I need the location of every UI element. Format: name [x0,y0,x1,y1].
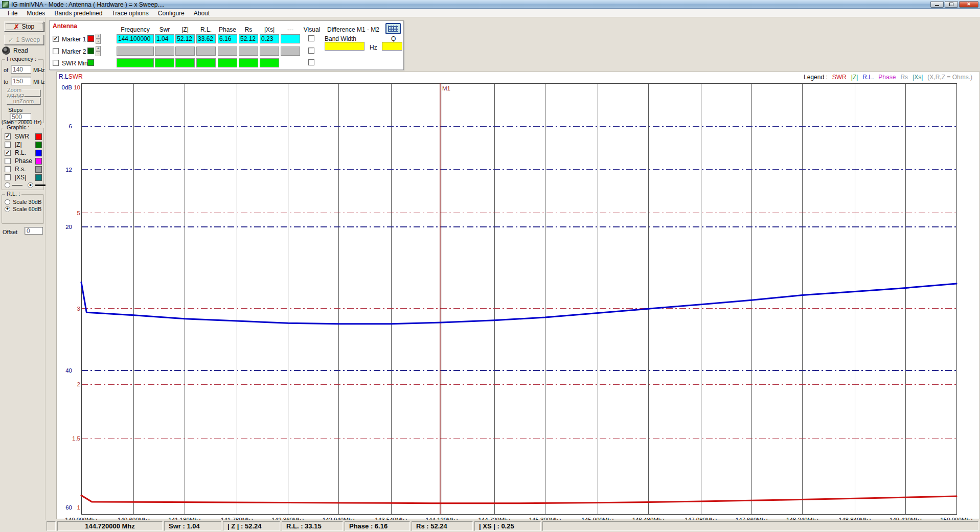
marker1-spin-down[interactable]: - [96,39,101,44]
marker1-visual-checkbox[interactable] [308,35,314,41]
marker2-spinner[interactable]: + - [96,46,101,56]
read-knob-icon [2,47,10,55]
maximize-button[interactable] [945,1,958,8]
marker-m1-label: M1 [442,85,450,91]
window-title: IG miniVNA - Mode : Antenna ( Hardware )… [11,1,165,8]
trace-swr [81,495,956,503]
col-rl: R.L. [196,26,216,33]
swr-mini-z-cell [175,58,195,67]
freq-to-input[interactable] [11,77,31,85]
thick-line-radio[interactable]: ● [28,182,33,188]
scale-30db-label: Scale 30dB [13,199,41,205]
swr-color-swatch [35,133,42,140]
marker2-spin-down[interactable]: - [96,51,101,56]
calculator-icon[interactable] [385,23,401,34]
col-xs: |Xs| [260,26,279,33]
scale-30db-radio[interactable] [5,199,10,205]
phase-color-swatch [35,158,42,165]
sweep-plot[interactable]: 140.000Mhz140.600Mhz141.180Mhz141.780Mhz… [57,72,980,520]
x-tick-label: 140.600Mhz [118,517,150,520]
swr-mini-visual-checkbox[interactable] [308,59,314,65]
x-tick-label: 140.000Mhz [65,517,98,520]
z-color-swatch [35,142,42,148]
marker1-z-cell: 52.12 [175,34,195,43]
scale-60db-radio[interactable]: ● [5,206,10,212]
x-tick-label: 145.900Mhz [581,517,614,520]
rl-checkbox[interactable]: ✓ [5,150,11,156]
swr-tick-label: 2 [77,381,80,387]
xs-checkbox[interactable] [5,174,11,180]
line-style-row: ● [5,182,45,188]
x-tick-label: 141.780Mhz [221,517,254,520]
col-phase: Phase [218,26,237,33]
zoom-m1-m2-button[interactable]: Zoom M1/M2 [7,89,40,97]
minimize-icon [935,5,939,6]
marker1-phase-cell: 6.16 [218,34,237,43]
menu-about[interactable]: About [189,9,214,17]
one-sweep-button-label: 1 Sweep [16,36,40,43]
one-sweep-button[interactable]: ✓ 1 Sweep [4,35,44,45]
swr-mini-xs-cell [260,58,279,67]
col-z: |Z| [175,26,195,33]
freq-from-input[interactable] [11,65,31,74]
graphic-group: Graphic : ✓ SWR |Z| ✓ R.L. Phase R.s. [2,128,44,190]
of-unit-label: MHz [33,67,45,73]
thin-line-radio[interactable] [5,182,10,188]
status-rs: Rs : 52.24 [412,521,473,531]
minimize-button[interactable] [930,1,944,8]
marker2-spin-up[interactable]: + [96,46,101,51]
rs-checkbox[interactable] [5,166,11,172]
thin-line-icon [12,185,22,186]
marker1-frequency-cell: 144.100000 [117,34,154,43]
chart-panel: R.LSWR Legend : SWR |Z| R.L. Phase Rs |X… [56,72,980,519]
rl-tick-label: 0dB [62,84,73,90]
swr-label: SWR [15,133,31,140]
menu-bar: File Modes Bands predefined Trace option… [0,9,980,17]
menu-file[interactable]: File [3,9,22,17]
swr-mini-color-swatch [87,59,94,66]
status-frequency: 144.720000 Mhz [57,521,163,531]
status-rl: R.L. : 33.15 [282,521,343,531]
marker2-label: Marker 2 [62,48,86,55]
stop-button-label: Stop [22,23,35,30]
marker1-spinner[interactable]: + - [96,34,101,44]
marker2-extra-cell [281,47,300,56]
rl-tick-label: 12 [65,167,72,173]
z-checkbox[interactable] [5,142,11,148]
menu-configure[interactable]: Configure [153,9,189,17]
rl-tick-label: 6 [69,123,72,129]
steps-label: Steps [8,107,22,113]
menu-bands-predefined[interactable]: Bands predefined [50,9,107,17]
xs-color-swatch [35,174,42,181]
app-icon [2,1,9,8]
marker2-visual-checkbox[interactable] [308,48,314,54]
read-control[interactable]: Read [2,47,28,55]
marker1-rs-cell: 52.12 [239,34,258,43]
x-tick-label: 150.000Mhz [940,517,973,520]
swr-checkbox[interactable]: ✓ [5,133,11,140]
menu-trace-options[interactable]: Trace options [107,9,153,17]
difference-m1-m2-label: Difference M1 - M2 [324,26,383,33]
antenna-label: Antenna [53,22,77,30]
rl-color-swatch [35,150,42,156]
marker1-spin-up[interactable]: + [96,34,101,39]
q-label: Q [391,35,396,42]
x-tick-label: 148.840Mhz [839,517,872,520]
swr-mini-rl-cell [196,58,216,67]
x-tick-label: 141.180Mhz [168,517,201,520]
phase-label: Phase [15,157,31,165]
rl-scale-group: R.L. : Scale 30dB ● Scale 60dB [2,194,44,224]
stop-button[interactable]: ✗ Stop [4,21,44,32]
menu-modes[interactable]: Modes [22,9,50,17]
marker1-checkbox[interactable]: ✓ [53,36,59,42]
offset-input[interactable] [25,227,43,235]
phase-checkbox[interactable] [5,158,11,164]
marker1-extra-cell [281,34,300,43]
unzoom-button[interactable]: unZoom [7,98,40,105]
x-tick-label: 146.480Mhz [632,517,665,520]
rs-label: R.s. [15,166,31,173]
marker2-checkbox[interactable] [53,48,59,54]
swr-mini-checkbox[interactable] [53,60,59,66]
swr-mini-phase-cell [218,58,237,67]
close-button[interactable]: ✕ [959,1,978,8]
